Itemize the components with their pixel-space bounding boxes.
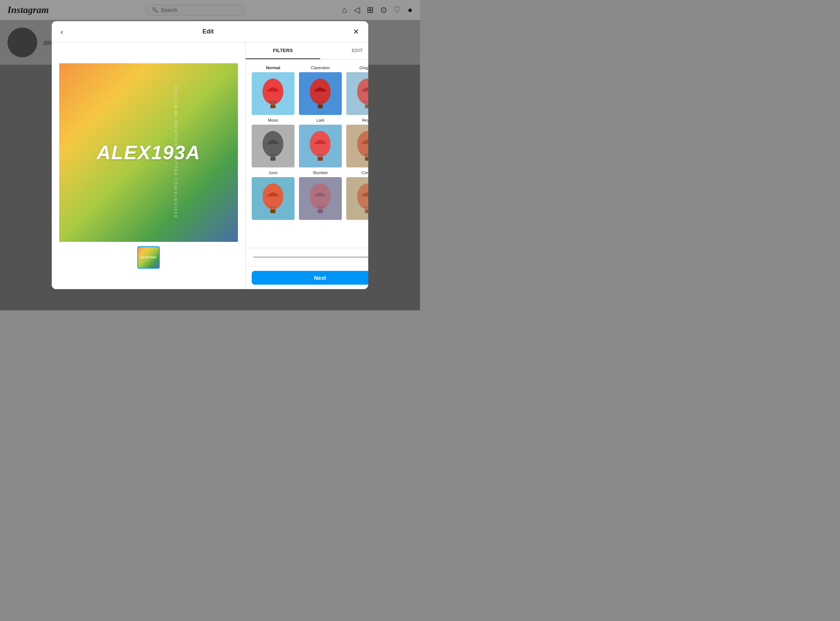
thumbnail-image: ALEX193A xyxy=(138,247,159,268)
svg-rect-39 xyxy=(270,209,275,213)
svg-rect-9 xyxy=(317,105,323,108)
image-text: ALEX193A xyxy=(97,141,201,164)
filter-clarendon-label: Clarendon xyxy=(311,65,330,70)
image-preview: ALEX193A FOLLOW ME ON HTTPS://TWITTER.CO… xyxy=(52,42,245,289)
thumbnail-strip: ALEX193A xyxy=(137,246,160,269)
filter-slumber[interactable]: Slumber xyxy=(299,170,342,220)
filter-juno-thumb xyxy=(252,177,295,220)
svg-rect-21 xyxy=(270,157,275,161)
modal-body: ALEX193A FOLLOW ME ON HTTPS://TWITTER.CO… xyxy=(52,42,368,289)
filter-lark-thumb xyxy=(299,125,342,167)
filter-gingham-thumb xyxy=(346,72,368,115)
intensity-slider-fill xyxy=(253,257,368,257)
intensity-bar: 100 xyxy=(246,248,368,266)
close-button[interactable]: ✕ xyxy=(351,26,361,38)
intensity-slider-thumb[interactable] xyxy=(368,253,368,261)
filter-slumber-label: Slumber xyxy=(313,170,328,175)
filter-slumber-thumb xyxy=(299,177,342,220)
filters-grid: Normal xyxy=(246,59,368,248)
selected-thumbnail[interactable]: ALEX193A xyxy=(137,246,160,269)
filter-juno[interactable]: Juno xyxy=(252,170,295,220)
modal-overlay: ‹ Edit ✕ ALEX193A FOLLOW ME ON HTTPS://T… xyxy=(0,0,420,310)
filter-reyes-thumb xyxy=(346,125,368,167)
svg-rect-15 xyxy=(365,105,368,108)
filter-moon[interactable]: Moon xyxy=(252,118,295,167)
filter-normal-thumb xyxy=(252,72,295,115)
filters-tabs: FILTERS EDIT xyxy=(246,42,368,59)
svg-rect-51 xyxy=(365,209,368,213)
next-button-area: Next xyxy=(246,266,368,289)
filter-clarendon-thumb xyxy=(299,72,342,115)
svg-rect-33 xyxy=(365,157,368,161)
filter-normal[interactable]: Normal xyxy=(252,65,295,115)
modal-header: ‹ Edit ✕ xyxy=(52,21,368,42)
intensity-slider-track[interactable] xyxy=(253,257,368,257)
filters-panel: FILTERS EDIT Normal xyxy=(245,42,368,289)
filter-reyes-label: Reyes xyxy=(362,118,368,123)
back-button[interactable]: ‹ xyxy=(59,26,65,38)
filter-clarendon[interactable]: Clarendon xyxy=(299,65,342,115)
modal-title: Edit xyxy=(202,28,214,35)
tab-edit[interactable]: EDIT xyxy=(320,42,369,59)
watermark: FOLLOW ME ON HTTPS://TWITTER.COM/ALEX193… xyxy=(173,87,178,218)
filter-crema-thumb xyxy=(346,177,368,220)
filter-moon-label: Moon xyxy=(268,118,278,123)
filter-crema[interactable]: Crema xyxy=(346,170,368,220)
filter-lark[interactable]: Lark xyxy=(299,118,342,167)
edit-modal: ‹ Edit ✕ ALEX193A FOLLOW ME ON HTTPS://T… xyxy=(52,21,368,289)
main-image: ALEX193A FOLLOW ME ON HTTPS://TWITTER.CO… xyxy=(59,63,238,242)
filter-juno-label: Juno xyxy=(269,170,278,175)
filter-reyes[interactable]: Reyes xyxy=(346,118,368,167)
filter-gingham[interactable]: Gingham xyxy=(346,65,368,115)
filter-lark-label: Lark xyxy=(316,118,324,123)
svg-rect-27 xyxy=(317,157,323,161)
svg-rect-45 xyxy=(317,209,323,213)
filter-gingham-label: Gingham xyxy=(359,65,368,70)
filter-normal-label: Normal xyxy=(266,65,280,70)
filter-crema-label: Crema xyxy=(362,170,368,175)
tab-filters[interactable]: FILTERS xyxy=(246,42,320,59)
svg-rect-2 xyxy=(270,105,275,108)
filter-moon-thumb xyxy=(252,125,295,167)
next-button[interactable]: Next xyxy=(252,271,368,285)
